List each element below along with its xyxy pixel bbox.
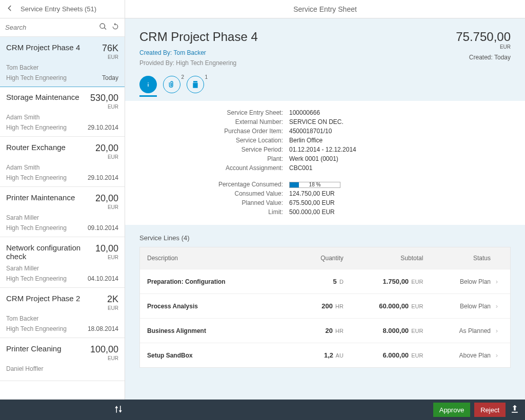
service-line-row[interactable]: Setup SandBox1,2 AU6.000,00 EURAbove Pla… [140, 343, 510, 367]
refresh-icon[interactable] [111, 23, 119, 32]
chevron-right-icon: › [491, 327, 503, 334]
list-item-company: High Tech Engneering [6, 275, 67, 282]
list-item-title: Printer Cleaning [6, 344, 62, 353]
list-item-person: Adam Smith [6, 164, 118, 171]
value-loc: Berlin Office [289, 137, 511, 144]
service-line-qty: 200 HR [282, 302, 344, 310]
chevron-right-icon: › [491, 302, 503, 310]
service-line-status: Above Plan [423, 352, 491, 359]
progress-bar: 18 % [289, 182, 340, 188]
master-title: Service Entry Sheets (51) [21, 5, 96, 13]
value-pct: 18 % [289, 181, 511, 188]
col-description: Description [147, 255, 282, 262]
list-item-date: 04.10.2014 [88, 275, 118, 282]
provided-by: Provided By: High Tech Engneering [139, 59, 258, 67]
list-item-date: 09.10.2014 [88, 224, 118, 232]
list-item-person: Daniel Hoffler [6, 365, 118, 372]
list-item-title: CRM Project Phase 2 [6, 294, 80, 303]
label-loc: Service Location: [139, 137, 283, 144]
list-item-currency: EUR [95, 154, 118, 160]
label-ext: External Number: [139, 118, 283, 125]
list-item-person: Sarah Miller [6, 214, 118, 221]
label-period: Service Period: [139, 146, 283, 153]
value-consumed: 124.750,00 EUR [289, 190, 511, 197]
value-period: 01.12.2014 - 12.12.2014 [289, 146, 511, 153]
label-planned: Planned Value: [139, 199, 283, 206]
col-subtotal: Subtotal [344, 255, 423, 262]
approve-button[interactable]: Approve [433, 403, 470, 417]
list-item[interactable]: Network configuration check10,00EURSarah… [0, 237, 125, 288]
label-plant: Plant: [139, 155, 283, 162]
tab-attachments[interactable]: 2 [163, 76, 180, 93]
list-item-currency: EUR [90, 104, 118, 110]
list-item-title: Printer Maintenance [6, 193, 75, 202]
value-limit: 500.000,00 EUR [289, 208, 511, 216]
object-amount: 75.750,00 [456, 30, 511, 44]
sort-icon[interactable] [114, 405, 123, 415]
service-line-qty: 5 D [282, 278, 344, 285]
list-item[interactable]: Router Exchange20,00EURAdam SmithHigh Te… [0, 137, 125, 187]
list-item-amount: 100,00 [90, 344, 118, 355]
back-icon[interactable] [5, 4, 14, 14]
service-lines-title: Service Lines (4) [139, 234, 511, 242]
service-line-row[interactable]: Preparation: Configuration5 D1.750,00 EU… [140, 269, 510, 293]
tab-info[interactable] [139, 76, 157, 93]
list-item-currency: EUR [95, 204, 118, 210]
list-item-date: 29.10.2014 [88, 124, 118, 131]
list-item-currency: EUR [107, 305, 118, 311]
list-item-amount: 20,00 [95, 143, 118, 154]
service-line-qty: 1,2 AU [282, 351, 344, 359]
list-item-amount: 10,00 [95, 243, 118, 254]
list-item-company: High Tech Engneering [6, 74, 67, 81]
label-consumed: Consumed Value: [139, 190, 283, 197]
service-line-desc: Business Alignment [147, 327, 282, 334]
list-item[interactable]: Storage Maintenance530,00EURAdam SmithHi… [0, 87, 125, 137]
list-item-amount: 530,00 [90, 93, 118, 103]
label-limit: Limit: [139, 208, 283, 216]
col-status: Status [423, 255, 491, 262]
value-ext: SERVICE ON DEC. [289, 118, 511, 125]
service-line-row[interactable]: Business Alignment20 HR8.000,00 EURAs Pl… [140, 318, 510, 343]
list-item[interactable]: CRM Project Phase 476KEURTom BackerHigh … [0, 37, 125, 87]
list-item-company: High Tech Engneering [6, 325, 67, 332]
list-item-amount: 20,00 [95, 193, 118, 204]
tab-notes[interactable]: 1 [187, 76, 204, 93]
service-line-row[interactable]: Process Analysis200 HR60.000,00 EURBelow… [140, 293, 510, 318]
list-item-currency: EUR [90, 355, 118, 361]
service-line-status: Below Plan [423, 278, 491, 285]
value-plant: Werk 0001 (0001) [289, 155, 511, 162]
label-acct: Account Assignment: [139, 164, 283, 172]
value-planned: 675.500,00 EUR [289, 199, 511, 206]
service-line-subtotal: 6.000,00 EUR [344, 351, 423, 359]
service-line-qty: 20 HR [282, 327, 344, 334]
search-input[interactable] [5, 24, 95, 31]
notes-count: 1 [205, 74, 208, 80]
created-date: Created: Today [456, 54, 511, 61]
list-item[interactable]: Printer Cleaning100,00EURDaniel Hoffler [0, 338, 125, 381]
service-line-subtotal: 60.000,00 EUR [344, 302, 423, 310]
detail-title: Service Entry Sheet [293, 5, 357, 13]
chevron-right-icon: › [491, 278, 503, 285]
share-icon[interactable] [510, 404, 520, 416]
list-item[interactable]: Printer Maintenance20,00EURSarah MillerH… [0, 187, 125, 237]
value-acct: CBC001 [289, 164, 511, 172]
label-pct: Percentage Consumed: [139, 181, 283, 188]
list-item-title: Router Exchange [6, 143, 66, 152]
label-sheet: Service Entry Sheet: [139, 109, 283, 116]
service-line-status: As Planned [423, 327, 491, 334]
list-item-currency: EUR [102, 54, 118, 60]
search-icon[interactable] [99, 23, 107, 32]
list-item-currency: EUR [95, 255, 118, 260]
col-quantity: Quantity [282, 255, 344, 262]
created-by[interactable]: Created By: Tom Backer [139, 49, 258, 56]
service-line-subtotal: 8.000,00 EUR [344, 327, 423, 334]
list-item-date: Today [102, 74, 118, 81]
list-item-date: 18.08.2014 [88, 325, 118, 332]
reject-button[interactable]: Reject [474, 403, 506, 417]
object-title: CRM Project Phase 4 [139, 30, 258, 44]
list-item[interactable]: CRM Project Phase 22KEURTom BackerHigh T… [0, 288, 125, 338]
list-item-title: Network configuration check [6, 243, 95, 261]
list-item-person: Sarah Miller [6, 265, 118, 272]
list-item-person: Tom Backer [6, 64, 118, 71]
object-currency: EUR [456, 44, 511, 50]
